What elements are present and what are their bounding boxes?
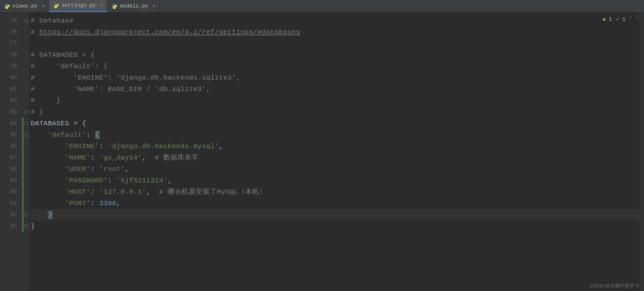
fold-marker[interactable] bbox=[23, 175, 29, 186]
code-line[interactable] bbox=[31, 38, 644, 49]
vertical-scrollbar[interactable] bbox=[639, 12, 644, 291]
code-line[interactable]: 'PORT': 3306, bbox=[31, 198, 644, 209]
line-number: 93 bbox=[0, 221, 17, 232]
tab-settings[interactable]: settings.py × bbox=[49, 0, 107, 12]
check-icon: ✔ bbox=[616, 17, 619, 23]
line-number: 82 bbox=[0, 95, 17, 106]
tab-label: settings.py bbox=[61, 3, 96, 8]
vcs-change-marker bbox=[22, 118, 24, 232]
fold-marker[interactable] bbox=[23, 72, 29, 84]
svg-point-3 bbox=[56, 7, 57, 8]
code-line[interactable]: 'USER': 'root', bbox=[31, 163, 644, 175]
warning-icon: ▲ bbox=[603, 16, 606, 22]
code-line[interactable]: # } bbox=[31, 106, 644, 118]
warning-indicator[interactable]: ▲ 1 bbox=[603, 16, 612, 22]
line-number: 83 bbox=[0, 106, 17, 118]
chevron-down-icon[interactable]: ˅ bbox=[636, 16, 639, 23]
code-line[interactable]: } bbox=[31, 221, 644, 232]
python-file-icon bbox=[111, 3, 117, 9]
line-number: 77 bbox=[0, 38, 17, 49]
line-number: 84 bbox=[0, 118, 17, 129]
editor: 75767778798081828384858687888990919293 −… bbox=[0, 12, 644, 291]
tab-views[interactable]: views.py × bbox=[0, 0, 49, 12]
fold-marker[interactable]: − bbox=[23, 129, 29, 141]
inspection-bar: ▲ 1 ✔ 1 ˄ ˅ bbox=[603, 16, 639, 23]
line-number: 87 bbox=[0, 152, 17, 163]
code-line[interactable]: 'NAME': 'gx_day14', # 数据库名字 bbox=[31, 152, 644, 163]
line-number: 85 bbox=[0, 129, 17, 141]
fold-marker[interactable]: − bbox=[23, 15, 29, 26]
fold-marker[interactable]: − bbox=[23, 221, 29, 232]
svg-point-2 bbox=[55, 3, 56, 4]
line-number: 80 bbox=[0, 72, 17, 84]
line-number: 86 bbox=[0, 141, 17, 152]
pass-indicator[interactable]: ✔ 1 bbox=[616, 16, 625, 23]
fold-marker[interactable] bbox=[23, 49, 29, 61]
line-number-gutter[interactable]: 75767778798081828384858687888990919293 bbox=[0, 12, 23, 291]
code-area[interactable]: ▲ 1 ✔ 1 ˄ ˅ # Database# https://docs.dja… bbox=[29, 12, 644, 291]
line-number: 89 bbox=[0, 175, 17, 186]
code-line[interactable]: # 'ENGINE': 'django.db.backends.sqlite3'… bbox=[31, 72, 644, 84]
line-number: 92 bbox=[0, 209, 17, 221]
python-file-icon bbox=[4, 3, 10, 9]
svg-point-1 bbox=[8, 8, 8, 8]
code-line[interactable]: 'HOST': '127.0.0.1', # 哪台机器安装了MySQL（本机） bbox=[31, 186, 644, 198]
line-number: 75 bbox=[0, 15, 17, 26]
code-line[interactable]: 'ENGINE': 'django.db.backends.mysql', bbox=[31, 141, 644, 152]
fold-marker[interactable] bbox=[23, 84, 29, 95]
close-icon[interactable]: × bbox=[101, 3, 103, 8]
fold-marker[interactable] bbox=[23, 163, 29, 175]
fold-marker[interactable] bbox=[23, 186, 29, 198]
code-line[interactable]: # https://docs.djangoproject.com/en/4.2/… bbox=[31, 26, 644, 38]
fold-marker[interactable]: − bbox=[23, 106, 29, 118]
line-number: 81 bbox=[0, 84, 17, 95]
svg-point-0 bbox=[6, 4, 7, 5]
line-number: 91 bbox=[0, 198, 17, 209]
fold-marker[interactable] bbox=[23, 38, 29, 49]
python-file-icon bbox=[53, 3, 59, 8]
fold-marker[interactable]: − bbox=[23, 209, 29, 221]
tab-models[interactable]: models.py × bbox=[107, 0, 160, 12]
fold-marker[interactable] bbox=[23, 61, 29, 72]
line-number: 79 bbox=[0, 61, 17, 72]
fold-marker[interactable] bbox=[23, 141, 29, 152]
tab-label: views.py bbox=[12, 3, 38, 9]
tab-label: models.py bbox=[120, 3, 148, 9]
code-line[interactable]: 'default': { bbox=[31, 129, 644, 141]
fold-marker[interactable] bbox=[23, 26, 29, 38]
svg-point-5 bbox=[115, 8, 116, 8]
fold-marker[interactable]: − bbox=[23, 118, 29, 129]
tab-bar: views.py × settings.py × models.py × bbox=[0, 0, 644, 12]
code-line[interactable]: # 'default': { bbox=[31, 61, 644, 72]
watermark: CSDN @大炮不想学习 bbox=[590, 283, 639, 289]
code-line[interactable]: # Database bbox=[31, 15, 644, 26]
code-line[interactable]: DATABASES = { bbox=[31, 118, 644, 129]
code-line[interactable]: # 'NAME': BASE_DIR / 'db.sqlite3', bbox=[31, 84, 644, 95]
chevron-up-icon[interactable]: ˄ bbox=[629, 16, 632, 23]
fold-gutter[interactable]: −−−−−− bbox=[23, 12, 29, 291]
code-line[interactable]: 'PASSWORD': 'Sjf5211314', bbox=[31, 175, 644, 186]
close-icon[interactable]: × bbox=[153, 4, 155, 9]
line-number: 78 bbox=[0, 49, 17, 61]
fold-marker[interactable] bbox=[23, 198, 29, 209]
line-number: 90 bbox=[0, 186, 17, 198]
code-line[interactable]: # } bbox=[31, 95, 644, 106]
line-number: 76 bbox=[0, 26, 17, 38]
fold-marker[interactable] bbox=[23, 95, 29, 106]
fold-marker[interactable] bbox=[23, 152, 29, 163]
code-line[interactable]: } bbox=[31, 209, 644, 221]
line-number: 88 bbox=[0, 163, 17, 175]
svg-point-4 bbox=[113, 4, 114, 5]
close-icon[interactable]: × bbox=[42, 4, 45, 9]
code-line[interactable]: # DATABASES = { bbox=[31, 49, 644, 61]
